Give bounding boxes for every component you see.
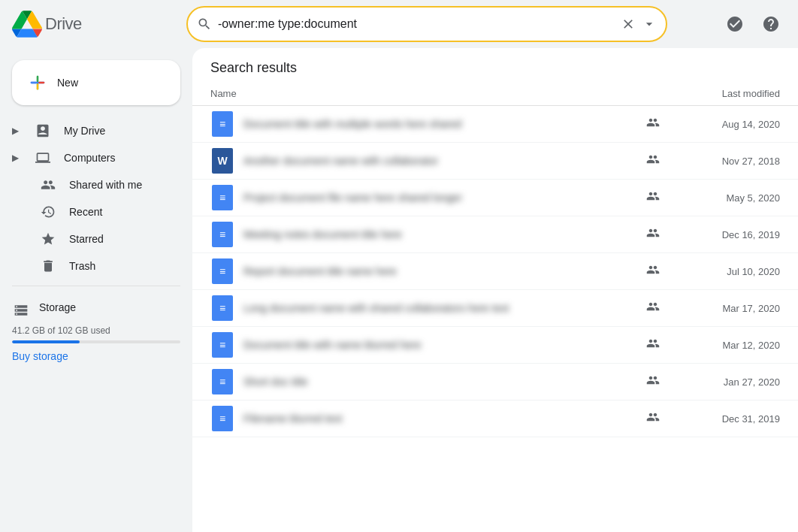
file-name-area: Project document file name here shared l… bbox=[243, 189, 660, 206]
close-icon bbox=[621, 17, 636, 32]
file-date: Dec 16, 2019 bbox=[660, 229, 780, 240]
file-name: Filename blurred text bbox=[243, 413, 640, 425]
file-name-area: Document title with name blurred here bbox=[243, 337, 660, 353]
table-row[interactable]: Document title with name blurred here Ma… bbox=[192, 327, 798, 364]
file-icon bbox=[210, 407, 234, 431]
search-button[interactable] bbox=[197, 17, 212, 32]
logo-area: Drive bbox=[12, 9, 177, 39]
sidebar-item-recent[interactable]: Recent bbox=[0, 198, 180, 225]
file-name-area: Short doc title bbox=[243, 373, 660, 390]
sidebar-item-my-drive[interactable]: ▶ My Drive bbox=[0, 117, 180, 144]
buy-storage-button[interactable]: Buy storage bbox=[12, 350, 68, 362]
sidebar: New ▶ My Drive ▶ Computers bbox=[0, 48, 192, 532]
doc-icon bbox=[212, 185, 233, 210]
shared-icon bbox=[646, 226, 660, 243]
file-name-area: Another document name with collaborator bbox=[243, 153, 660, 169]
file-icon bbox=[210, 370, 234, 394]
body-layout: New ▶ My Drive ▶ Computers bbox=[0, 48, 798, 532]
app-title: Drive bbox=[45, 14, 82, 34]
sidebar-item-label-shared: Shared with me bbox=[69, 179, 142, 191]
search-input[interactable] bbox=[218, 17, 615, 31]
svg-rect-3 bbox=[37, 83, 38, 89]
search-results-title: Search results bbox=[192, 48, 798, 82]
sidebar-divider bbox=[12, 286, 180, 286]
search-bar bbox=[186, 6, 667, 42]
help-button[interactable] bbox=[756, 9, 786, 39]
file-date: Aug 14, 2020 bbox=[660, 119, 780, 130]
file-name: Meeting notes document title here bbox=[243, 228, 640, 240]
shared-icon bbox=[646, 153, 660, 169]
doc-icon bbox=[212, 258, 233, 284]
doc-icon bbox=[212, 111, 233, 137]
column-name-header: Name bbox=[210, 88, 660, 99]
trash-icon bbox=[39, 258, 57, 274]
computer-icon bbox=[34, 150, 52, 165]
search-clear-button[interactable] bbox=[621, 17, 636, 32]
sidebar-item-shared[interactable]: Shared with me bbox=[0, 171, 180, 198]
search-filter-button[interactable] bbox=[642, 17, 657, 32]
file-name: Short doc title bbox=[243, 376, 640, 388]
topbar: Drive bbox=[0, 0, 798, 48]
table-row[interactable]: Meeting notes document title here Dec 16… bbox=[192, 216, 798, 253]
sidebar-item-label-trash: Trash bbox=[69, 260, 95, 272]
doc-icon bbox=[212, 222, 233, 247]
table-row[interactable]: Project document file name here shared l… bbox=[192, 180, 798, 216]
sidebar-item-computers[interactable]: ▶ Computers bbox=[0, 144, 180, 171]
table-row[interactable]: Long document name with shared collabora… bbox=[192, 290, 798, 327]
shared-icon bbox=[646, 373, 660, 390]
file-name: Another document name with collaborator bbox=[243, 155, 640, 167]
help-icon bbox=[762, 15, 780, 33]
file-name: Document title with name blurred here bbox=[243, 339, 640, 351]
shared-icon bbox=[646, 410, 660, 427]
topbar-right bbox=[720, 9, 786, 39]
file-date: Mar 12, 2020 bbox=[660, 340, 780, 351]
file-icon bbox=[210, 222, 234, 246]
file-name-area: Document title with multiple words here … bbox=[243, 116, 660, 132]
file-date: Jan 27, 2020 bbox=[660, 376, 780, 388]
storage-label: Storage bbox=[39, 301, 76, 313]
check-activity-button[interactable] bbox=[720, 9, 750, 39]
svg-rect-2 bbox=[37, 76, 38, 82]
doc-icon bbox=[212, 295, 233, 321]
sidebar-item-starred[interactable]: Starred bbox=[0, 225, 180, 252]
table-header: Name Last modified bbox=[192, 82, 798, 106]
star-icon bbox=[39, 231, 57, 246]
file-icon bbox=[210, 259, 234, 283]
clock-icon bbox=[39, 204, 57, 219]
file-name-area: Long document name with shared collabora… bbox=[243, 300, 660, 316]
new-plus-icon bbox=[27, 72, 48, 93]
doc-icon bbox=[212, 332, 233, 358]
file-icon bbox=[210, 112, 234, 136]
doc-icon bbox=[212, 406, 233, 431]
drive-icon bbox=[34, 123, 52, 138]
file-icon: W bbox=[210, 149, 234, 173]
shared-icon bbox=[646, 263, 660, 280]
shared-icon bbox=[646, 337, 660, 353]
chevron-down-icon bbox=[642, 17, 657, 32]
check-circle-icon bbox=[726, 15, 744, 33]
file-date: Dec 31, 2019 bbox=[660, 413, 780, 425]
table-row[interactable]: Document title with multiple words here … bbox=[192, 106, 798, 143]
file-name: Long document name with shared collabora… bbox=[243, 302, 640, 314]
file-icon bbox=[210, 186, 234, 210]
file-name-area: Report document title name here bbox=[243, 263, 660, 280]
file-date: May 5, 2020 bbox=[660, 192, 780, 204]
sidebar-item-trash[interactable]: Trash bbox=[0, 252, 180, 280]
table-row[interactable]: Filename blurred text Dec 31, 2019 bbox=[192, 401, 798, 437]
table-row[interactable]: Report document title name here Jul 10, … bbox=[192, 253, 798, 290]
table-row[interactable]: W Another document name with collaborato… bbox=[192, 143, 798, 180]
main-content: Search results Name Last modified Docume… bbox=[192, 48, 798, 532]
storage-info: 41.2 GB of 102 GB used bbox=[12, 325, 180, 336]
sidebar-item-label-computers: Computers bbox=[64, 152, 115, 164]
storage-section: Storage 41.2 GB of 102 GB used Buy stora… bbox=[0, 292, 192, 372]
storage-icon bbox=[12, 303, 30, 318]
expand-icon: ▶ bbox=[12, 153, 19, 163]
table-row[interactable]: Short doc title Jan 27, 2020 bbox=[192, 364, 798, 401]
new-button[interactable]: New bbox=[12, 60, 180, 105]
shared-icon bbox=[646, 116, 660, 132]
file-name-area: Filename blurred text bbox=[243, 410, 660, 427]
storage-bar-fill bbox=[12, 340, 80, 343]
file-icon bbox=[210, 296, 234, 320]
shared-icon bbox=[646, 189, 660, 206]
new-button-label: New bbox=[57, 77, 78, 89]
